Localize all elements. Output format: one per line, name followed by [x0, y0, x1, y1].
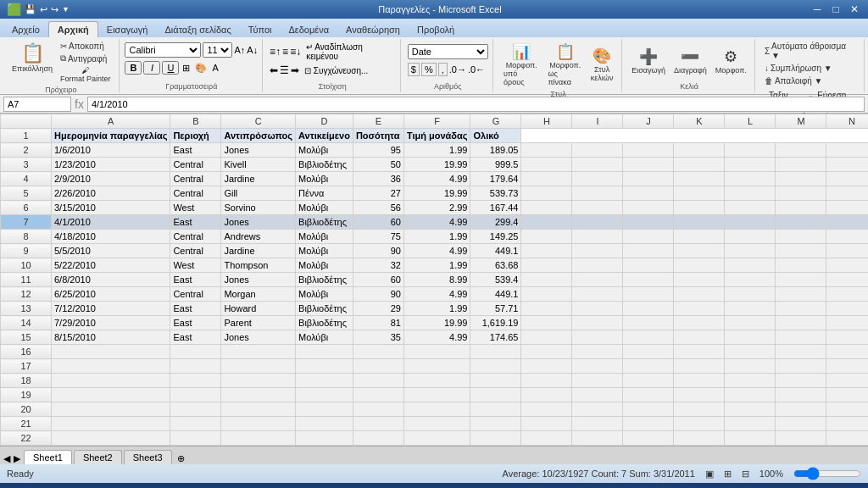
row-num-19[interactable]: 19: [1, 388, 52, 402]
tab-review[interactable]: Αναθεώρηση: [337, 22, 409, 37]
cell-E1[interactable]: Ποσότητα: [353, 129, 403, 143]
cell-A14[interactable]: 7/29/2010: [52, 316, 170, 330]
cell-E12[interactable]: 90: [353, 287, 403, 302]
cell-G14[interactable]: 1,619.19: [470, 316, 521, 330]
percent-button[interactable]: %: [421, 63, 437, 76]
close-button[interactable]: ✕: [848, 3, 861, 15]
cell-G12[interactable]: 449.1: [470, 287, 521, 302]
currency-button[interactable]: $: [408, 63, 420, 76]
cell-A5[interactable]: 2/26/2010: [52, 186, 170, 201]
bold-button[interactable]: B: [125, 61, 142, 75]
tab-file[interactable]: Αρχείο: [3, 22, 48, 37]
page-break-view-button[interactable]: ⊟: [742, 469, 749, 480]
cell-F3[interactable]: 19.99: [403, 158, 470, 172]
cell-A2[interactable]: 1/6/2010: [52, 143, 170, 158]
insert-sheet-button[interactable]: ⊕: [177, 453, 185, 464]
cell-D7[interactable]: Βιβλιοδέτης: [296, 215, 353, 230]
cell-D1[interactable]: Αντικείμενο: [296, 129, 353, 143]
col-header-H[interactable]: H: [521, 114, 572, 129]
cell-D8[interactable]: Μολύβι: [296, 230, 353, 244]
insert-cells-button[interactable]: ➕ Εισαγωγή: [628, 46, 669, 76]
cell-C12[interactable]: Morgan: [221, 287, 296, 302]
cell-F9[interactable]: 4.99: [403, 244, 470, 258]
cell-F5[interactable]: 19.99: [403, 186, 470, 201]
cell-B7[interactable]: East: [170, 215, 221, 230]
cell-A4[interactable]: 2/9/2010: [52, 172, 170, 186]
row-num-17[interactable]: 17: [1, 359, 52, 374]
increase-font-icon[interactable]: A↑: [234, 45, 245, 55]
row-num-16[interactable]: 16: [1, 345, 52, 359]
align-center-icon[interactable]: ☰: [280, 64, 289, 76]
row-num-20[interactable]: 20: [1, 402, 52, 417]
increase-decimal-button[interactable]: .0→: [449, 64, 466, 75]
cell-G13[interactable]: 57.71: [470, 302, 521, 316]
cell-F13[interactable]: 1.99: [403, 302, 470, 316]
cell-C14[interactable]: Parent: [221, 316, 296, 330]
row-num-4[interactable]: 4: [1, 172, 52, 186]
cell-A15[interactable]: 8/15/2010: [52, 330, 170, 345]
cell-D11[interactable]: Βιβλιοδέτης: [296, 273, 353, 287]
cell-C7[interactable]: Jones: [221, 215, 296, 230]
cell-G5[interactable]: 539.73: [470, 186, 521, 201]
cut-button[interactable]: ✂ Αποκοπή: [58, 41, 114, 52]
cell-C6[interactable]: Sorvino: [221, 201, 296, 215]
page-layout-view-button[interactable]: ⊞: [724, 469, 732, 480]
align-bottom-icon[interactable]: ≡↓: [290, 46, 301, 58]
cell-C3[interactable]: Kivell: [221, 158, 296, 172]
formula-input[interactable]: [87, 97, 865, 112]
cell-B5[interactable]: Central: [170, 186, 221, 201]
cell-E3[interactable]: 50: [353, 158, 403, 172]
cell-A12[interactable]: 6/25/2010: [52, 287, 170, 302]
align-left-icon[interactable]: ⬅: [270, 64, 278, 76]
col-header-M[interactable]: M: [776, 114, 826, 129]
col-header-I[interactable]: I: [572, 114, 623, 129]
font-name-select[interactable]: Calibri: [125, 42, 201, 58]
sheet-tab-nav-left[interactable]: ◀: [3, 453, 10, 464]
cell-B3[interactable]: Central: [170, 158, 221, 172]
col-header-N[interactable]: N: [826, 114, 868, 129]
cell-C9[interactable]: Jardine: [221, 244, 296, 258]
cell-C2[interactable]: Jones: [221, 143, 296, 158]
quick-redo[interactable]: ↪: [51, 4, 58, 15]
col-header-C[interactable]: C: [221, 114, 296, 129]
cell-C13[interactable]: Howard: [221, 302, 296, 316]
row-num-15[interactable]: 15: [1, 330, 52, 345]
cell-B9[interactable]: Central: [170, 244, 221, 258]
cell-C1[interactable]: Αντιπρόσωπος: [221, 129, 296, 143]
cell-D2[interactable]: Μολύβι: [296, 143, 353, 158]
cell-C8[interactable]: Andrews: [221, 230, 296, 244]
row-num-9[interactable]: 9: [1, 244, 52, 258]
cell-D12[interactable]: Μολύβι: [296, 287, 353, 302]
autosum-button[interactable]: Σ Αυτόματο άθροισμα ▼: [762, 41, 859, 61]
cell-E2[interactable]: 95: [353, 143, 403, 158]
col-header-L[interactable]: L: [725, 114, 776, 129]
cell-B11[interactable]: East: [170, 273, 221, 287]
cell-B10[interactable]: West: [170, 258, 221, 273]
cell-G3[interactable]: 999.5: [470, 158, 521, 172]
copy-button[interactable]: ⧉ Αντιγραφή: [58, 53, 114, 64]
cell-E10[interactable]: 32: [353, 258, 403, 273]
quick-access-arrow[interactable]: ▼: [62, 5, 70, 14]
row-num-18[interactable]: 18: [1, 374, 52, 388]
cell-E11[interactable]: 60: [353, 273, 403, 287]
cell-B13[interactable]: East: [170, 302, 221, 316]
cell-E4[interactable]: 36: [353, 172, 403, 186]
cell-G11[interactable]: 539.4: [470, 273, 521, 287]
cell-E13[interactable]: 29: [353, 302, 403, 316]
cell-A9[interactable]: 5/5/2010: [52, 244, 170, 258]
col-header-B[interactable]: B: [170, 114, 221, 129]
cell-G6[interactable]: 167.44: [470, 201, 521, 215]
cell-A3[interactable]: 1/23/2010: [52, 158, 170, 172]
sheet-tab-sheet3[interactable]: Sheet3: [124, 450, 172, 464]
zoom-slider[interactable]: [793, 467, 861, 480]
cell-G7[interactable]: 299.4: [470, 215, 521, 230]
italic-button[interactable]: I: [143, 61, 160, 75]
clear-button[interactable]: 🗑 Απαλοιφή ▼: [762, 75, 826, 86]
minimize-button[interactable]: ─: [810, 3, 824, 15]
cell-A8[interactable]: 4/18/2010: [52, 230, 170, 244]
cell-F1[interactable]: Τιμή μονάδας: [403, 129, 470, 143]
row-num-6[interactable]: 6: [1, 201, 52, 215]
cell-B15[interactable]: East: [170, 330, 221, 345]
cell-F7[interactable]: 4.99: [403, 215, 470, 230]
row-num-13[interactable]: 13: [1, 302, 52, 316]
